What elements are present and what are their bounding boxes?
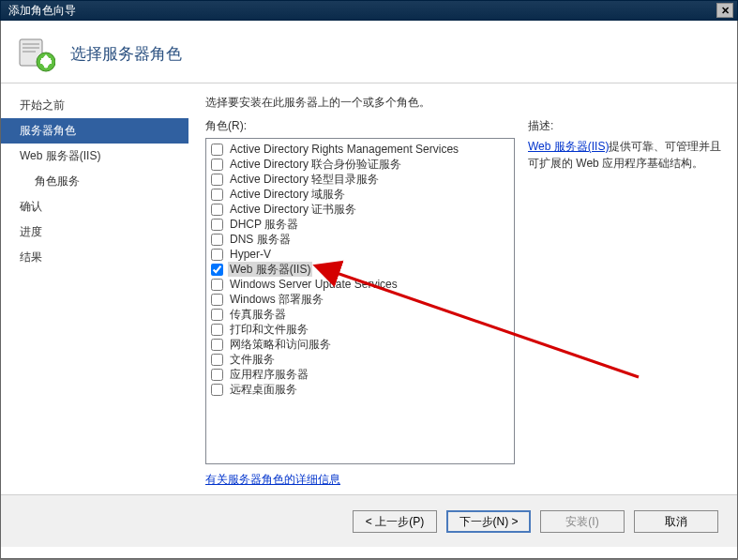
role-label: 传真服务器	[228, 307, 288, 322]
description-column: 描述: Web 服务器(IIS)提供可靠、可管理并且可扩展的 Web 应用程序基…	[528, 118, 724, 488]
role-row[interactable]: Hyper-V	[210, 247, 510, 262]
page-title: 选择服务器角色	[70, 43, 182, 65]
role-label: Active Directory 域服务	[228, 187, 347, 202]
instruction-text: 选择要安装在此服务器上的一个或多个角色。	[205, 95, 724, 111]
role-row[interactable]: Active Directory Rights Management Servi…	[210, 142, 510, 157]
role-row[interactable]: Active Directory 证书服务	[210, 202, 510, 217]
role-row[interactable]: 远程桌面服务	[210, 382, 510, 397]
role-label: Active Directory 轻型目录服务	[228, 172, 381, 187]
prev-button[interactable]: < 上一步(P)	[353, 510, 437, 533]
role-row[interactable]: Active Directory 轻型目录服务	[210, 172, 510, 187]
window-title: 添加角色向导	[8, 3, 76, 19]
sidebar-item-5[interactable]: 进度	[1, 219, 188, 245]
main-content: 开始之前服务器角色Web 服务器(IIS)角色服务确认进度结果 选择要安装在此服…	[1, 83, 737, 495]
role-label: 应用程序服务器	[228, 367, 310, 382]
button-bar: < 上一步(P) 下一步(N) > 安装(I) 取消	[1, 495, 737, 547]
role-checkbox[interactable]	[211, 384, 223, 396]
role-checkbox[interactable]	[211, 279, 223, 291]
role-checkbox[interactable]	[211, 324, 223, 336]
roles-column: 角色(R): Active Directory Rights Managemen…	[205, 118, 515, 488]
role-checkbox[interactable]	[211, 264, 223, 276]
role-label: Active Directory 联合身份验证服务	[228, 157, 403, 172]
role-label: 远程桌面服务	[228, 382, 299, 397]
sidebar-item-2[interactable]: Web 服务器(IIS)	[1, 144, 188, 169]
sidebar-item-6[interactable]: 结果	[1, 245, 188, 270]
role-checkbox[interactable]	[211, 339, 223, 351]
role-row[interactable]: 打印和文件服务	[210, 322, 510, 337]
role-label: Windows Server Update Services	[228, 277, 399, 292]
role-row[interactable]: DHCP 服务器	[210, 217, 510, 232]
right-pane: 选择要安装在此服务器上的一个或多个角色。 角色(R): Active Direc…	[188, 83, 737, 494]
description-text: Web 服务器(IIS)提供可靠、可管理并且可扩展的 Web 应用程序基础结构。	[528, 138, 724, 172]
sidebar-item-3[interactable]: 角色服务	[1, 169, 188, 194]
role-label: DHCP 服务器	[228, 217, 300, 232]
role-checkbox[interactable]	[211, 234, 223, 246]
sidebar: 开始之前服务器角色Web 服务器(IIS)角色服务确认进度结果	[1, 83, 188, 494]
description-link[interactable]: Web 服务器(IIS)	[528, 140, 609, 153]
description-label: 描述:	[528, 118, 724, 134]
details-link[interactable]: 有关服务器角色的详细信息	[205, 472, 515, 488]
role-row[interactable]: 应用程序服务器	[210, 367, 510, 382]
cancel-button[interactable]: 取消	[634, 510, 718, 533]
next-button[interactable]: 下一步(N) >	[446, 510, 531, 533]
close-button[interactable]: ✕	[716, 3, 733, 18]
wizard-icon	[16, 34, 55, 73]
role-checkbox[interactable]	[211, 144, 223, 156]
svg-rect-1	[23, 43, 39, 45]
role-row[interactable]: Web 服务器(IIS)	[210, 262, 510, 277]
role-checkbox[interactable]	[211, 249, 223, 261]
role-label: DNS 服务器	[228, 232, 293, 247]
role-row[interactable]: Active Directory 联合身份验证服务	[210, 157, 510, 172]
role-checkbox[interactable]	[211, 219, 223, 231]
role-checkbox[interactable]	[211, 294, 223, 306]
role-label: 文件服务	[228, 352, 277, 367]
role-row[interactable]: Windows Server Update Services	[210, 277, 510, 292]
role-row[interactable]: 传真服务器	[210, 307, 510, 322]
role-label: Windows 部署服务	[228, 292, 325, 307]
role-row[interactable]: Windows 部署服务	[210, 292, 510, 307]
role-checkbox[interactable]	[211, 189, 223, 201]
role-label: Web 服务器(IIS)	[228, 262, 312, 277]
role-label: Hyper-V	[228, 247, 273, 262]
role-checkbox[interactable]	[211, 159, 223, 171]
window-body: 选择服务器角色 开始之前服务器角色Web 服务器(IIS)角色服务确认进度结果 …	[0, 21, 738, 559]
role-checkbox[interactable]	[211, 204, 223, 216]
role-checkbox[interactable]	[211, 369, 223, 381]
role-label: Active Directory 证书服务	[228, 202, 358, 217]
svg-rect-10	[40, 60, 52, 64]
svg-rect-2	[23, 47, 39, 49]
sidebar-item-1[interactable]: 服务器角色	[1, 118, 188, 144]
roles-label: 角色(R):	[205, 118, 515, 134]
svg-rect-3	[23, 51, 36, 53]
header: 选择服务器角色	[1, 21, 737, 83]
sidebar-item-4[interactable]: 确认	[1, 194, 188, 219]
role-checkbox[interactable]	[211, 174, 223, 186]
role-row[interactable]: DNS 服务器	[210, 232, 510, 247]
install-button: 安装(I)	[540, 510, 625, 533]
sidebar-item-0[interactable]: 开始之前	[1, 93, 188, 118]
role-row[interactable]: Active Directory 域服务	[210, 187, 510, 202]
role-checkbox[interactable]	[211, 309, 223, 321]
titlebar: 添加角色向导 ✕	[0, 0, 738, 21]
role-checkbox[interactable]	[211, 354, 223, 366]
role-label: Active Directory Rights Management Servi…	[228, 142, 460, 157]
role-row[interactable]: 文件服务	[210, 352, 510, 367]
role-label: 网络策略和访问服务	[228, 337, 333, 352]
role-label: 打印和文件服务	[228, 322, 310, 337]
role-row[interactable]: 网络策略和访问服务	[210, 337, 510, 352]
roles-listbox[interactable]: Active Directory Rights Management Servi…	[205, 138, 515, 464]
